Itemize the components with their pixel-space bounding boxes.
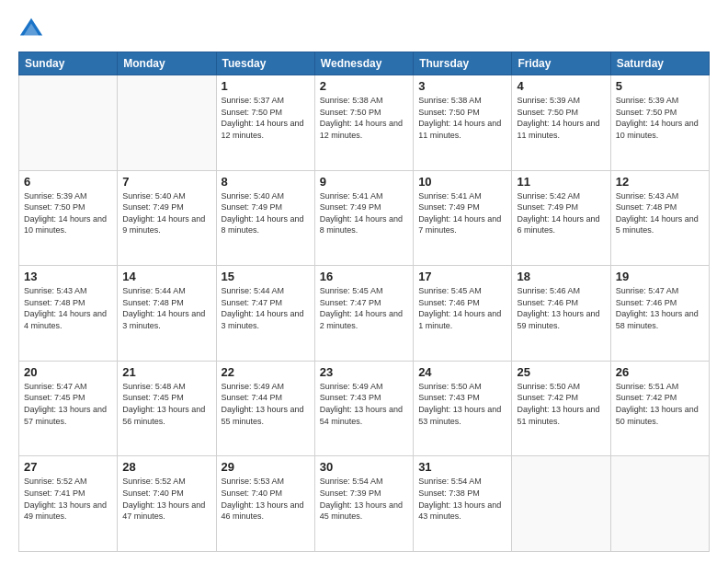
day-number: 31	[418, 460, 506, 474]
day-info: Sunrise: 5:39 AM Sunset: 7:50 PM Dayligh…	[24, 190, 112, 236]
calendar-cell: 27Sunrise: 5:52 AM Sunset: 7:41 PM Dayli…	[19, 456, 118, 552]
calendar-cell: 13Sunrise: 5:43 AM Sunset: 7:48 PM Dayli…	[19, 266, 118, 362]
calendar-cell: 6Sunrise: 5:39 AM Sunset: 7:50 PM Daylig…	[19, 170, 118, 266]
day-number: 27	[24, 460, 112, 474]
calendar-cell: 7Sunrise: 5:40 AM Sunset: 7:49 PM Daylig…	[118, 170, 216, 266]
day-info: Sunrise: 5:52 AM Sunset: 7:41 PM Dayligh…	[24, 476, 112, 522]
day-number: 9	[320, 175, 408, 189]
calendar-header-row: SundayMondayTuesdayWednesdayThursdayFrid…	[19, 52, 710, 75]
calendar-cell	[19, 75, 118, 171]
day-info: Sunrise: 5:41 AM Sunset: 7:49 PM Dayligh…	[418, 190, 506, 236]
calendar-cell: 18Sunrise: 5:46 AM Sunset: 7:46 PM Dayli…	[512, 266, 610, 362]
calendar-cell: 16Sunrise: 5:45 AM Sunset: 7:47 PM Dayli…	[314, 266, 413, 362]
day-info: Sunrise: 5:46 AM Sunset: 7:46 PM Dayligh…	[517, 285, 605, 331]
day-number: 20	[24, 365, 112, 379]
calendar-cell: 4Sunrise: 5:39 AM Sunset: 7:50 PM Daylig…	[512, 75, 610, 171]
calendar-cell: 8Sunrise: 5:40 AM Sunset: 7:49 PM Daylig…	[216, 170, 314, 266]
calendar-cell: 23Sunrise: 5:49 AM Sunset: 7:43 PM Dayli…	[314, 361, 413, 456]
logo-icon	[18, 17, 44, 42]
day-number: 19	[616, 270, 704, 283]
day-info: Sunrise: 5:47 AM Sunset: 7:46 PM Dayligh…	[616, 285, 704, 331]
day-info: Sunrise: 5:40 AM Sunset: 7:49 PM Dayligh…	[222, 190, 310, 236]
weekday-header: Monday	[118, 52, 216, 75]
day-info: Sunrise: 5:54 AM Sunset: 7:39 PM Dayligh…	[320, 476, 408, 522]
day-info: Sunrise: 5:37 AM Sunset: 7:50 PM Dayligh…	[222, 95, 310, 141]
calendar-week-row: 27Sunrise: 5:52 AM Sunset: 7:41 PM Dayli…	[19, 456, 710, 552]
day-info: Sunrise: 5:45 AM Sunset: 7:47 PM Dayligh…	[320, 285, 408, 331]
calendar-cell	[118, 75, 216, 171]
day-info: Sunrise: 5:39 AM Sunset: 7:50 PM Dayligh…	[517, 95, 605, 141]
day-number: 13	[24, 270, 112, 283]
weekday-header: Saturday	[610, 52, 709, 75]
day-number: 14	[122, 270, 210, 283]
weekday-header: Tuesday	[216, 52, 314, 75]
calendar-cell: 29Sunrise: 5:53 AM Sunset: 7:40 PM Dayli…	[216, 456, 314, 552]
day-number: 23	[320, 365, 408, 379]
header	[18, 17, 710, 42]
calendar-cell: 11Sunrise: 5:42 AM Sunset: 7:49 PM Dayli…	[512, 170, 610, 266]
day-info: Sunrise: 5:51 AM Sunset: 7:42 PM Dayligh…	[616, 381, 704, 427]
day-number: 16	[320, 270, 408, 283]
day-info: Sunrise: 5:48 AM Sunset: 7:45 PM Dayligh…	[122, 381, 210, 427]
calendar-cell: 21Sunrise: 5:48 AM Sunset: 7:45 PM Dayli…	[118, 361, 216, 456]
calendar-cell: 15Sunrise: 5:44 AM Sunset: 7:47 PM Dayli…	[216, 266, 314, 362]
day-info: Sunrise: 5:43 AM Sunset: 7:48 PM Dayligh…	[24, 285, 112, 331]
day-number: 17	[418, 270, 506, 283]
day-number: 25	[517, 365, 605, 379]
day-info: Sunrise: 5:38 AM Sunset: 7:50 PM Dayligh…	[418, 95, 506, 141]
weekday-header: Friday	[512, 52, 610, 75]
day-info: Sunrise: 5:47 AM Sunset: 7:45 PM Dayligh…	[24, 381, 112, 427]
calendar-week-row: 1Sunrise: 5:37 AM Sunset: 7:50 PM Daylig…	[19, 75, 710, 171]
weekday-header: Sunday	[19, 52, 118, 75]
calendar-cell: 14Sunrise: 5:44 AM Sunset: 7:48 PM Dayli…	[118, 266, 216, 362]
calendar-cell	[610, 456, 709, 552]
calendar-cell: 5Sunrise: 5:39 AM Sunset: 7:50 PM Daylig…	[610, 75, 709, 171]
day-number: 12	[616, 175, 704, 189]
day-info: Sunrise: 5:38 AM Sunset: 7:50 PM Dayligh…	[320, 95, 408, 141]
calendar-cell: 10Sunrise: 5:41 AM Sunset: 7:49 PM Dayli…	[414, 170, 512, 266]
calendar-cell: 19Sunrise: 5:47 AM Sunset: 7:46 PM Dayli…	[610, 266, 709, 362]
logo	[18, 17, 48, 42]
weekday-header: Wednesday	[314, 52, 413, 75]
day-info: Sunrise: 5:52 AM Sunset: 7:40 PM Dayligh…	[122, 476, 210, 522]
calendar-week-row: 20Sunrise: 5:47 AM Sunset: 7:45 PM Dayli…	[19, 361, 710, 456]
day-info: Sunrise: 5:43 AM Sunset: 7:48 PM Dayligh…	[616, 190, 704, 236]
day-number: 18	[517, 270, 605, 283]
calendar-cell: 28Sunrise: 5:52 AM Sunset: 7:40 PM Dayli…	[118, 456, 216, 552]
calendar-cell: 12Sunrise: 5:43 AM Sunset: 7:48 PM Dayli…	[610, 170, 709, 266]
calendar-table: SundayMondayTuesdayWednesdayThursdayFrid…	[18, 52, 710, 552]
day-info: Sunrise: 5:53 AM Sunset: 7:40 PM Dayligh…	[222, 476, 310, 522]
day-info: Sunrise: 5:41 AM Sunset: 7:49 PM Dayligh…	[320, 190, 408, 236]
day-number: 24	[418, 365, 506, 379]
calendar-cell: 30Sunrise: 5:54 AM Sunset: 7:39 PM Dayli…	[314, 456, 413, 552]
day-info: Sunrise: 5:42 AM Sunset: 7:49 PM Dayligh…	[517, 190, 605, 236]
day-number: 15	[222, 270, 310, 283]
day-info: Sunrise: 5:44 AM Sunset: 7:48 PM Dayligh…	[122, 285, 210, 331]
day-number: 4	[517, 79, 605, 93]
day-number: 11	[517, 175, 605, 189]
day-info: Sunrise: 5:49 AM Sunset: 7:43 PM Dayligh…	[320, 381, 408, 427]
calendar-cell: 20Sunrise: 5:47 AM Sunset: 7:45 PM Dayli…	[19, 361, 118, 456]
day-number: 22	[222, 365, 310, 379]
calendar-cell: 17Sunrise: 5:45 AM Sunset: 7:46 PM Dayli…	[414, 266, 512, 362]
calendar-week-row: 13Sunrise: 5:43 AM Sunset: 7:48 PM Dayli…	[19, 266, 710, 362]
day-number: 30	[320, 460, 408, 474]
day-number: 7	[122, 175, 210, 189]
day-number: 28	[122, 460, 210, 474]
calendar-cell: 31Sunrise: 5:54 AM Sunset: 7:38 PM Dayli…	[414, 456, 512, 552]
day-number: 10	[418, 175, 506, 189]
day-number: 3	[418, 79, 506, 93]
calendar-cell: 3Sunrise: 5:38 AM Sunset: 7:50 PM Daylig…	[414, 75, 512, 171]
day-number: 26	[616, 365, 704, 379]
calendar-cell: 9Sunrise: 5:41 AM Sunset: 7:49 PM Daylig…	[314, 170, 413, 266]
calendar-cell: 25Sunrise: 5:50 AM Sunset: 7:42 PM Dayli…	[512, 361, 610, 456]
page: SundayMondayTuesdayWednesdayThursdayFrid…	[0, 0, 728, 563]
calendar-cell: 2Sunrise: 5:38 AM Sunset: 7:50 PM Daylig…	[314, 75, 413, 171]
day-info: Sunrise: 5:39 AM Sunset: 7:50 PM Dayligh…	[616, 95, 704, 141]
day-number: 29	[222, 460, 310, 474]
day-info: Sunrise: 5:45 AM Sunset: 7:46 PM Dayligh…	[418, 285, 506, 331]
day-number: 6	[24, 175, 112, 189]
day-info: Sunrise: 5:54 AM Sunset: 7:38 PM Dayligh…	[418, 476, 506, 522]
calendar-cell	[512, 456, 610, 552]
day-info: Sunrise: 5:50 AM Sunset: 7:43 PM Dayligh…	[418, 381, 506, 427]
